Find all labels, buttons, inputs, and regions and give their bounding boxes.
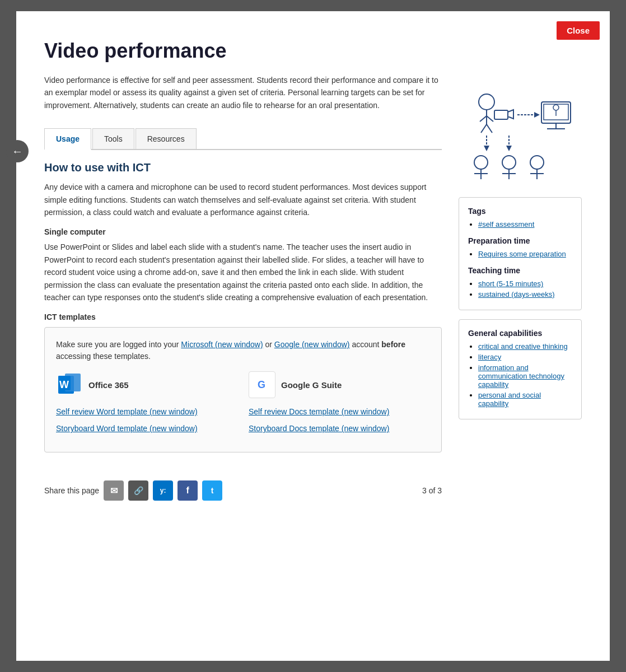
intro-paragraph: Any device with a camera and microphone … <box>44 181 442 218</box>
tabs-container: Usage Tools Resources <box>44 128 442 150</box>
office365-link-1[interactable]: Storyboard Word template (new window) <box>56 424 237 433</box>
or-text: or <box>265 340 274 349</box>
svg-point-5 <box>479 94 494 110</box>
page-counter: 3 of 3 <box>227 486 442 495</box>
tags-card: Tags #self assessment Preparation time R… <box>459 197 582 310</box>
share-bar: Share this page ✉ 🔗 y: f t 3 of 3 <box>44 469 442 501</box>
email-share-icon[interactable]: ✉ <box>104 480 124 501</box>
svg-line-9 <box>481 124 487 133</box>
svg-line-7 <box>480 116 487 122</box>
single-computer-title: Single computer <box>44 227 442 236</box>
microsoft-link[interactable]: Microsoft (new window) <box>181 340 263 349</box>
main-content: Video performance is effective for self … <box>44 74 442 501</box>
teaching-title: Teaching time <box>468 266 572 275</box>
templates-intro: Make sure you are logged into your Micro… <box>56 339 430 362</box>
tags-list: #self assessment <box>468 220 572 228</box>
list-item: short (5-15 minutes) <box>478 279 572 288</box>
office365-name: Office 365 <box>88 380 129 390</box>
list-item: Requires some preparation <box>478 250 572 258</box>
link-share-icon[interactable]: 🔗 <box>128 480 148 501</box>
office365-link-0[interactable]: Self review Word template (new window) <box>56 407 237 416</box>
video-illustration-svg <box>464 80 576 180</box>
share-label: Share this page <box>44 486 99 495</box>
tag-link-0[interactable]: #self assessment <box>478 220 534 228</box>
list-item: information and communication technology… <box>478 363 572 389</box>
office365-column: W Office 365 Self review Word template (… <box>56 371 237 441</box>
after-text: accessing these templates. <box>56 352 151 361</box>
templates-intro-text: Make sure you are logged into your <box>56 340 179 349</box>
facebook-share-icon[interactable]: f <box>177 480 198 501</box>
teaching-link-1[interactable]: sustained (days-weeks) <box>478 290 555 298</box>
svg-line-10 <box>487 124 492 133</box>
svg-point-31 <box>530 156 544 169</box>
teaching-list: short (5-15 minutes) sustained (days-wee… <box>468 279 572 298</box>
page-title: Video performance <box>44 39 582 63</box>
modal-container: Close ← Video performance Video performa… <box>16 11 610 661</box>
capabilities-list: critical and creative thinking literacy … <box>468 342 572 408</box>
prep-list: Requires some preparation <box>468 250 572 258</box>
capabilities-card: General capabilities critical and creati… <box>459 319 582 419</box>
tab-tools[interactable]: Tools <box>92 128 134 149</box>
capabilities-title: General capabilities <box>468 329 572 338</box>
sidebar: Tags #self assessment Preparation time R… <box>459 74 582 501</box>
tab-content-usage: How to use with ICT Any device with a ca… <box>44 161 442 452</box>
google-g-svg: G <box>253 376 271 394</box>
back-icon: ← <box>12 145 23 158</box>
office365-icon: W <box>56 371 83 398</box>
capability-link-1[interactable]: literacy <box>478 353 501 361</box>
yammer-share-icon[interactable]: y: <box>153 480 173 501</box>
svg-rect-11 <box>494 110 508 119</box>
list-item: sustained (days-weeks) <box>478 290 572 298</box>
svg-text:G: G <box>258 379 265 390</box>
svg-marker-24 <box>506 146 512 151</box>
list-item: literacy <box>478 353 572 361</box>
ict-templates-box: Make sure you are logged into your Micro… <box>44 327 442 452</box>
illustration <box>459 74 582 186</box>
template-columns: W Office 365 Self review Word template (… <box>56 371 430 441</box>
prep-link-0[interactable]: Requires some preparation <box>478 250 566 258</box>
svg-line-8 <box>487 116 493 122</box>
svg-point-28 <box>502 156 516 169</box>
twitter-share-icon[interactable]: t <box>202 480 222 501</box>
list-item: #self assessment <box>478 220 572 228</box>
gsuite-header: G Google G Suite <box>249 371 430 398</box>
tab-resources[interactable]: Resources <box>136 128 197 149</box>
prep-title: Preparation time <box>468 236 572 245</box>
single-computer-text: Use PowerPoint or Slides and label each … <box>44 241 442 304</box>
capability-link-2[interactable]: information and communication technology… <box>478 363 564 389</box>
capability-link-0[interactable]: critical and creative thinking <box>478 342 568 351</box>
account-text: account <box>352 340 381 349</box>
gsuite-link-0[interactable]: Self review Docs template (new window) <box>249 407 430 416</box>
svg-marker-12 <box>508 110 513 119</box>
tags-title: Tags <box>468 207 572 216</box>
section-title-ict: How to use with ICT <box>44 161 442 174</box>
gsuite-icon: G <box>249 371 275 398</box>
svg-text:W: W <box>59 379 69 390</box>
google-link[interactable]: Google (new window) <box>274 340 350 349</box>
svg-marker-23 <box>484 146 489 151</box>
back-button[interactable]: ← <box>6 140 29 162</box>
svg-point-25 <box>474 156 488 169</box>
teaching-link-0[interactable]: short (5-15 minutes) <box>478 279 543 288</box>
svg-point-17 <box>553 105 559 110</box>
before-text: before <box>381 340 405 349</box>
list-item: personal and social capability <box>478 391 572 408</box>
content-area: Video performance is effective for self … <box>44 74 582 501</box>
ict-templates-title: ICT templates <box>44 312 442 321</box>
description-text: Video performance is effective for self … <box>44 74 442 111</box>
close-button[interactable]: Close <box>557 21 600 40</box>
gsuite-link-1[interactable]: Storyboard Docs template (new window) <box>249 424 430 433</box>
svg-marker-14 <box>534 112 540 118</box>
list-item: critical and creative thinking <box>478 342 572 351</box>
office365-header: W Office 365 <box>56 371 237 398</box>
capability-link-3[interactable]: personal and social capability <box>478 391 541 408</box>
tab-usage[interactable]: Usage <box>44 128 91 150</box>
gsuite-name: Google G Suite <box>281 380 342 390</box>
gsuite-column: G Google G Suite Self review Docs templa… <box>249 371 430 441</box>
